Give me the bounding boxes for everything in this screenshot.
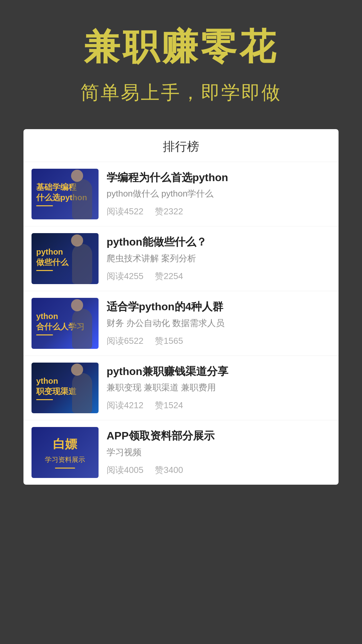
ranking-item-3[interactable]: ython 合什么人学习 适合学python的4种人群 财务 办公自动化 数据需… bbox=[23, 291, 339, 356]
ranking-item-2[interactable]: python 做些什么 python能做些什么？ 爬虫技术讲解 案列分析 阅读4… bbox=[23, 226, 339, 291]
item-title-4: python兼职赚钱渠道分享 bbox=[107, 365, 330, 379]
free-label: 白嫖 bbox=[53, 436, 77, 452]
item-likes-2: 赞2254 bbox=[155, 271, 183, 281]
item-tags-1: python做什么 python学什么 bbox=[107, 187, 330, 200]
item-stats-2: 阅读4255 赞2254 bbox=[107, 270, 330, 282]
person-body-2 bbox=[72, 244, 92, 284]
item-stats-1: 阅读4522 赞2322 bbox=[107, 206, 330, 217]
item-stats-4: 阅读4212 赞1524 bbox=[107, 399, 330, 411]
ranking-item-5[interactable]: 白嫖 学习资料展示 APP领取资料部分展示 学习视频 阅读4005 赞3400 bbox=[23, 420, 339, 485]
header-section: 兼职赚零花 简单易上手，即学即做 bbox=[0, 0, 362, 119]
thumbnail-3: ython 合什么人学习 bbox=[32, 298, 99, 349]
item-title-5: APP领取资料部分展示 bbox=[107, 429, 330, 443]
person-head-2 bbox=[71, 234, 83, 247]
person-body-1 bbox=[72, 179, 92, 219]
thumbnail-4: ython 职变现渠道 bbox=[32, 363, 99, 414]
person-silhouette-2 bbox=[67, 240, 97, 284]
thumbnail-5: 白嫖 学习资料展示 bbox=[32, 427, 99, 478]
item-title-2: python能做些什么？ bbox=[107, 235, 330, 249]
item-content-4: python兼职赚钱渠道分享 兼职变现 兼职渠道 兼职费用 阅读4212 赞15… bbox=[107, 363, 330, 414]
thumb-underline-3 bbox=[36, 334, 53, 335]
item-reads-3: 阅读6522 bbox=[107, 336, 143, 346]
ranking-list: 基础学编程 什么选python 学编程为什么首选python python做什么… bbox=[23, 162, 339, 485]
item-reads-2: 阅读4255 bbox=[107, 271, 143, 281]
person-silhouette-4 bbox=[67, 370, 97, 413]
ranking-item[interactable]: 基础学编程 什么选python 学编程为什么首选python python做什么… bbox=[23, 162, 339, 227]
thumbnail-2: python 做些什么 bbox=[32, 233, 99, 284]
person-silhouette-3 bbox=[67, 305, 97, 349]
item-reads-5: 阅读4005 bbox=[107, 465, 143, 475]
item-title-3: 适合学python的4种人群 bbox=[107, 300, 330, 314]
thumb-underline-2 bbox=[36, 270, 53, 271]
item-reads-4: 阅读4212 bbox=[107, 400, 143, 410]
free-underline bbox=[55, 468, 75, 469]
person-head-3 bbox=[71, 299, 83, 311]
item-likes-5: 赞3400 bbox=[155, 465, 183, 475]
item-tags-4: 兼职变现 兼职渠道 兼职费用 bbox=[107, 381, 330, 394]
item-likes-1: 赞2322 bbox=[155, 206, 183, 216]
ranking-card: 排行榜 基础学编程 什么选python 学编程为什么首选python pytho… bbox=[23, 129, 339, 485]
item-content-5: APP领取资料部分展示 学习视频 阅读4005 赞3400 bbox=[107, 427, 330, 478]
item-content-3: 适合学python的4种人群 财务 办公自动化 数据需求人员 阅读6522 赞1… bbox=[107, 298, 330, 349]
item-tags-5: 学习视频 bbox=[107, 446, 330, 459]
item-title-1: 学编程为什么首选python bbox=[107, 171, 330, 185]
item-stats-5: 阅读4005 赞3400 bbox=[107, 464, 330, 476]
item-tags-2: 爬虫技术讲解 案列分析 bbox=[107, 252, 330, 265]
item-content-1: 学编程为什么首选python python做什么 python学什么 阅读452… bbox=[107, 169, 330, 220]
main-title: 兼职赚零花 bbox=[84, 27, 278, 67]
item-likes-4: 赞1524 bbox=[155, 400, 183, 410]
item-likes-3: 赞1565 bbox=[155, 336, 183, 346]
thumb-underline-4 bbox=[36, 399, 53, 400]
item-stats-3: 阅读6522 赞1565 bbox=[107, 335, 330, 347]
person-body-3 bbox=[72, 309, 92, 349]
sub-title: 简单易上手，即学即做 bbox=[80, 80, 282, 106]
ranking-item-4[interactable]: ython 职变现渠道 python兼职赚钱渠道分享 兼职变现 兼职渠道 兼职费… bbox=[23, 356, 339, 421]
thumb-free-content: 白嫖 学习资料展示 bbox=[32, 427, 99, 478]
free-sublabel: 学习资料展示 bbox=[45, 455, 85, 464]
item-reads-1: 阅读4522 bbox=[107, 206, 143, 216]
person-head-4 bbox=[71, 364, 83, 376]
thumbnail-1: 基础学编程 什么选python bbox=[32, 169, 99, 220]
person-silhouette-1 bbox=[67, 176, 97, 219]
ranking-header: 排行榜 bbox=[23, 129, 339, 162]
person-body-4 bbox=[72, 373, 92, 413]
item-content-2: python能做些什么？ 爬虫技术讲解 案列分析 阅读4255 赞2254 bbox=[107, 233, 330, 284]
thumb-underline-1 bbox=[36, 205, 53, 206]
item-tags-3: 财务 办公自动化 数据需求人员 bbox=[107, 317, 330, 330]
